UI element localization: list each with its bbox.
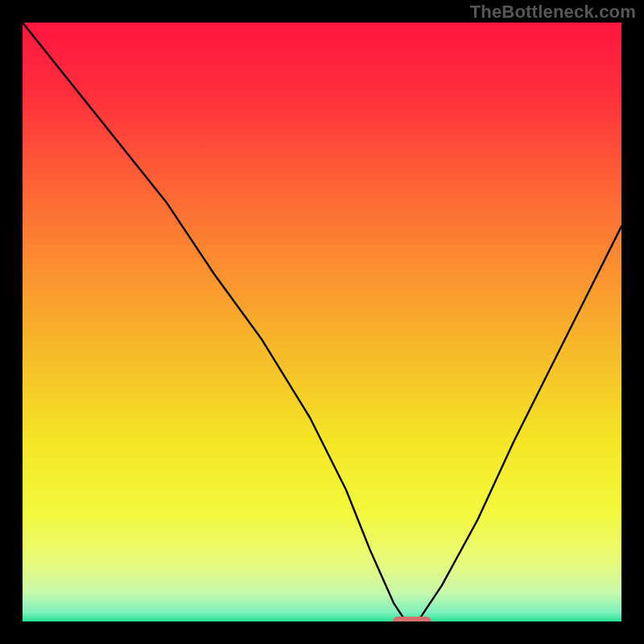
optimal-marker xyxy=(393,617,431,621)
chart-frame: TheBottleneck.com xyxy=(0,0,644,644)
bottleneck-chart xyxy=(23,23,621,621)
gradient-background xyxy=(23,23,621,621)
watermark-text: TheBottleneck.com xyxy=(470,2,636,23)
